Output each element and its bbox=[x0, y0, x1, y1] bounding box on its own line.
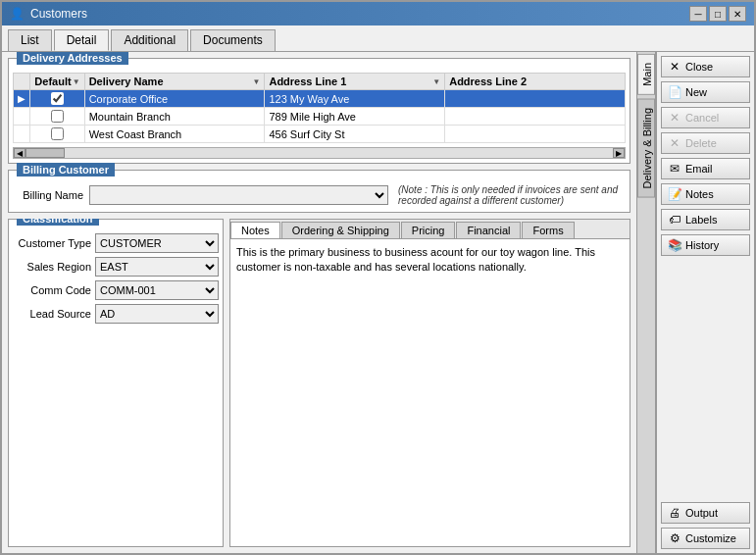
maximize-button[interactable]: □ bbox=[709, 6, 727, 22]
table-row[interactable]: West Coast Branch 456 Surf City St bbox=[14, 126, 626, 143]
billing-name-label: Billing Name bbox=[15, 189, 83, 201]
default-checkbox[interactable] bbox=[51, 110, 64, 123]
output-icon: 🖨 bbox=[668, 506, 681, 520]
tab-pricing[interactable]: Pricing bbox=[401, 222, 456, 238]
table-row[interactable]: Mountain Branch 789 Mile High Ave bbox=[14, 108, 626, 126]
email-icon: ✉ bbox=[668, 162, 681, 176]
side-tab-delivery-billing[interactable]: Delivery & Billing bbox=[637, 99, 655, 198]
lead-source-select[interactable]: AD REFERRAL WEB TRADE SHOW bbox=[95, 304, 219, 324]
notes-text: This is the primary business to business… bbox=[230, 239, 630, 546]
minimize-button[interactable]: ─ bbox=[689, 6, 707, 22]
new-button[interactable]: 📄 New bbox=[661, 81, 750, 103]
tab-ordering-shipping[interactable]: Ordering & Shipping bbox=[281, 222, 400, 238]
tab-forms[interactable]: Forms bbox=[522, 222, 574, 238]
billing-note-text: (Note : This is only needed if invoices … bbox=[398, 184, 624, 206]
tab-detail[interactable]: Detail bbox=[54, 29, 110, 51]
sales-region-row: Sales Region EAST WEST NORTH SOUTH bbox=[13, 257, 219, 277]
billing-customer-section: Billing Customer Billing Name (Note : Th… bbox=[8, 170, 630, 213]
cancel-button[interactable]: ✕ Cancel bbox=[661, 107, 750, 128]
customer-type-select[interactable]: CUSTOMER PROSPECT LEAD bbox=[95, 233, 219, 253]
row-name-cell: Mountain Branch bbox=[84, 108, 265, 126]
notes-icon: 📝 bbox=[668, 187, 681, 201]
main-window: 👤 Customers ─ □ ✕ List Detail Additional… bbox=[0, 0, 756, 555]
notes-label: Notes bbox=[685, 188, 714, 200]
delete-label: Delete bbox=[685, 137, 717, 149]
history-label: History bbox=[685, 239, 719, 251]
row-default-cell bbox=[30, 108, 84, 126]
tab-documents[interactable]: Documents bbox=[190, 29, 276, 51]
row-addr2-cell bbox=[445, 126, 626, 143]
table-row[interactable]: ▶ Corporate Office 123 My Way Ave bbox=[14, 90, 626, 108]
classification-label: Classification bbox=[17, 219, 99, 226]
lead-source-row: Lead Source AD REFERRAL WEB TRADE SHOW bbox=[13, 304, 219, 324]
row-addr1-cell: 789 Mile High Ave bbox=[265, 108, 445, 126]
window-title: Customers bbox=[30, 7, 87, 21]
tab-notes[interactable]: Notes bbox=[230, 222, 280, 238]
output-button[interactable]: 🖨 Output bbox=[661, 502, 750, 524]
close-button[interactable]: ✕ Close bbox=[661, 56, 750, 77]
close-window-button[interactable]: ✕ bbox=[729, 6, 746, 22]
customer-type-row: Customer Type CUSTOMER PROSPECT LEAD bbox=[13, 233, 219, 253]
comm-code-select[interactable]: COMM-001 COMM-002 COMM-003 bbox=[95, 280, 219, 300]
delivery-addresses-label: Delivery Addresses bbox=[17, 52, 128, 65]
output-label: Output bbox=[685, 507, 718, 519]
cancel-icon: ✕ bbox=[668, 111, 681, 125]
classification-section: Classification Customer Type CUSTOMER PR… bbox=[8, 219, 224, 547]
main-content: Delivery Addresses Default ▼ bbox=[2, 52, 636, 553]
notes-panel: Notes Ordering & Shipping Pricing Financ… bbox=[229, 219, 630, 547]
row-addr2-cell bbox=[445, 108, 626, 126]
th-delivery-name: Delivery Name ▼ bbox=[84, 74, 265, 90]
customer-type-label: Customer Type bbox=[13, 237, 91, 249]
content-area: Delivery Addresses Default ▼ bbox=[2, 52, 754, 553]
side-tab-bar: Main Delivery & Billing bbox=[636, 52, 656, 553]
comm-code-label: Comm Code bbox=[13, 284, 91, 296]
billing-customer-label: Billing Customer bbox=[17, 163, 115, 177]
tab-additional[interactable]: Additional bbox=[111, 29, 188, 51]
scroll-left-btn[interactable]: ◀ bbox=[14, 148, 25, 158]
history-button[interactable]: 📚 History bbox=[661, 234, 750, 256]
scroll-right-btn[interactable]: ▶ bbox=[613, 148, 625, 158]
side-tab-main[interactable]: Main bbox=[637, 54, 655, 95]
scroll-thumb[interactable] bbox=[25, 148, 65, 158]
bottom-section: Classification Customer Type CUSTOMER PR… bbox=[8, 219, 630, 547]
tab-financial[interactable]: Financial bbox=[456, 222, 521, 238]
addr1-col-arrow[interactable]: ▼ bbox=[432, 77, 440, 86]
delivery-table-scrollbar[interactable]: ◀ ▶ bbox=[13, 147, 626, 159]
delivery-addresses-section: Delivery Addresses Default ▼ bbox=[8, 58, 630, 164]
row-addr1-cell: 123 My Way Ave bbox=[265, 90, 445, 108]
row-name-cell: West Coast Branch bbox=[84, 126, 265, 143]
row-addr1-cell: 456 Surf City St bbox=[265, 126, 445, 143]
labels-button[interactable]: 🏷 Labels bbox=[661, 209, 750, 230]
title-bar: 👤 Customers ─ □ ✕ bbox=[2, 2, 754, 25]
email-button[interactable]: ✉ Email bbox=[661, 158, 750, 179]
th-addr2: Address Line 2 bbox=[445, 74, 626, 90]
notes-button[interactable]: 📝 Notes bbox=[661, 183, 750, 205]
delete-button[interactable]: ✕ Delete bbox=[661, 132, 750, 154]
right-panel: ✕ Close 📄 New ✕ Cancel ✕ Delete ✉ Email … bbox=[656, 52, 754, 553]
row-addr2-cell bbox=[445, 90, 626, 108]
labels-icon: 🏷 bbox=[668, 213, 681, 227]
close-label: Close bbox=[685, 61, 713, 73]
tab-list[interactable]: List bbox=[8, 29, 52, 51]
sales-region-label: Sales Region bbox=[13, 261, 91, 273]
customize-icon: ⚙ bbox=[668, 531, 681, 545]
sales-region-select[interactable]: EAST WEST NORTH SOUTH bbox=[95, 257, 219, 277]
default-checkbox[interactable] bbox=[51, 92, 64, 105]
row-indicator bbox=[14, 126, 30, 143]
row-indicator: ▶ bbox=[14, 90, 30, 108]
history-icon: 📚 bbox=[668, 238, 681, 252]
default-col-arrow[interactable]: ▼ bbox=[73, 77, 80, 86]
email-label: Email bbox=[685, 163, 713, 175]
close-icon: ✕ bbox=[668, 60, 681, 74]
main-tab-bar: List Detail Additional Documents bbox=[2, 25, 754, 52]
window-icon: 👤 bbox=[10, 7, 25, 21]
name-col-arrow[interactable]: ▼ bbox=[253, 77, 261, 86]
customize-label: Customize bbox=[685, 532, 736, 544]
billing-name-select[interactable] bbox=[89, 185, 388, 205]
delete-icon: ✕ bbox=[668, 136, 681, 150]
th-addr1: Address Line 1 ▼ bbox=[265, 74, 445, 90]
default-checkbox[interactable] bbox=[51, 127, 64, 140]
comm-code-row: Comm Code COMM-001 COMM-002 COMM-003 bbox=[13, 280, 219, 300]
customize-button[interactable]: ⚙ Customize bbox=[661, 528, 750, 549]
delivery-table: Default ▼ Delivery Name ▼ bbox=[13, 73, 626, 143]
